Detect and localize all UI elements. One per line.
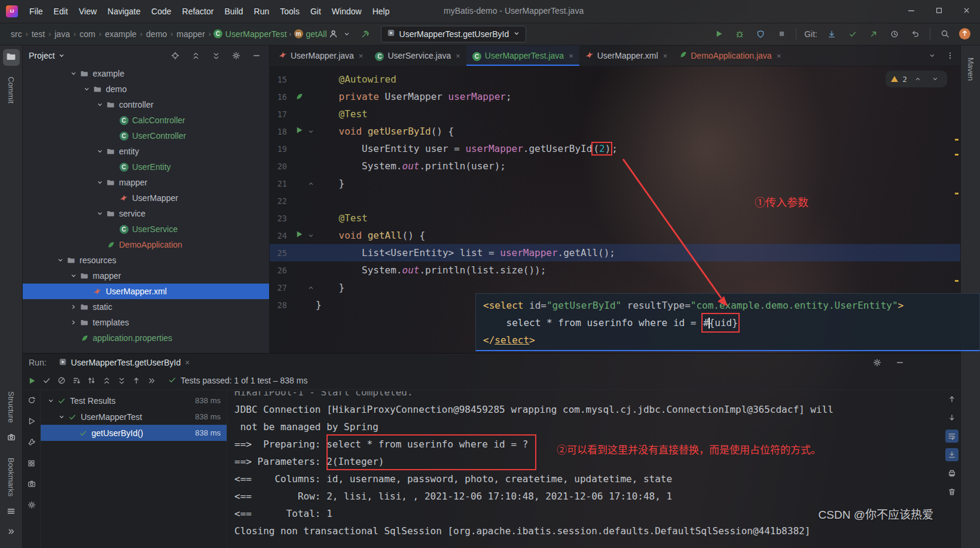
- sort-alphabetically-icon[interactable]: [85, 374, 98, 387]
- close-button[interactable]: [952, 0, 980, 23]
- code-line[interactable]: 21 }: [269, 175, 960, 192]
- prev-problem-icon[interactable]: [911, 72, 924, 86]
- menu-run[interactable]: Run: [249, 7, 275, 16]
- editor-tab[interactable]: UserMapper.java×: [273, 45, 369, 66]
- test-tree-item[interactable]: UserMapperTest838 ms: [41, 409, 227, 425]
- project-tree-item[interactable]: templates: [23, 315, 269, 330]
- project-tree-item[interactable]: service: [23, 206, 269, 221]
- run-test-gutter-icon[interactable]: [292, 126, 306, 137]
- test-tree-item[interactable]: getUserById()838 ms: [41, 425, 227, 441]
- menu-edit[interactable]: Edit: [48, 7, 74, 16]
- bookmarks-tool-button[interactable]: Bookmarks: [7, 458, 16, 497]
- menu-build[interactable]: Build: [219, 7, 248, 16]
- test-settings-icon[interactable]: [25, 436, 38, 449]
- collapse-all-icon[interactable]: [115, 374, 128, 387]
- breadcrumb-item[interactable]: test: [30, 29, 47, 39]
- breadcrumb-item[interactable]: java: [53, 29, 71, 39]
- layout-icon[interactable]: [25, 456, 38, 470]
- menu-help[interactable]: Help: [367, 7, 395, 16]
- expand-all-icon[interactable]: [189, 49, 202, 62]
- code-line[interactable]: 25 List<UserEntity> list = userMapper.ge…: [269, 244, 960, 261]
- project-tree-item[interactable]: demo: [23, 81, 269, 97]
- rerun-tests-icon[interactable]: [25, 374, 38, 387]
- breadcrumb-item[interactable]: mapper: [175, 29, 206, 39]
- test-tree-item[interactable]: Test Results838 ms: [41, 392, 227, 409]
- update-available-button[interactable]: [959, 28, 970, 39]
- show-ignored-icon[interactable]: [55, 374, 68, 387]
- project-tree-item[interactable]: CUserEntity: [23, 159, 269, 175]
- code-line[interactable]: 23 @Test: [269, 209, 960, 227]
- run-configuration-select[interactable]: UserMapperTest.getUserById: [381, 26, 527, 42]
- close-tab-icon[interactable]: ×: [569, 51, 573, 60]
- breadcrumb-class[interactable]: CUserMapperTest: [213, 29, 287, 39]
- debug-button[interactable]: [733, 28, 746, 41]
- expand-all-icon[interactable]: [100, 374, 113, 387]
- project-tree-item[interactable]: CUserController: [23, 128, 269, 144]
- main-menu-button[interactable]: [3, 504, 20, 520]
- code-line[interactable]: 22: [269, 192, 960, 209]
- menu-tools[interactable]: Tools: [274, 7, 305, 16]
- rollback-icon[interactable]: [909, 28, 922, 41]
- menu-view[interactable]: View: [74, 7, 102, 16]
- console[interactable]: HikariPool-1 - Start completed.JDBC Conn…: [227, 390, 944, 548]
- clear-console-icon[interactable]: [945, 485, 958, 498]
- hide-panel-icon[interactable]: [893, 356, 906, 369]
- close-tab-icon[interactable]: ×: [359, 51, 364, 60]
- menu-window[interactable]: Window: [326, 7, 367, 16]
- code-line[interactable]: 18 void getUserById() {: [269, 123, 960, 140]
- rerun-failed-icon[interactable]: [25, 415, 38, 428]
- quick-definition-popup[interactable]: <select id="getUserById" resultType="com…: [475, 293, 980, 351]
- fold-marker[interactable]: [306, 232, 316, 239]
- project-tree-item[interactable]: resources: [23, 252, 269, 268]
- next-problem-icon[interactable]: [929, 72, 942, 86]
- select-opened-file-icon[interactable]: [169, 49, 182, 62]
- run-button[interactable]: [712, 28, 725, 41]
- close-tab-icon[interactable]: ×: [663, 51, 668, 60]
- structure-tool-button[interactable]: Structure: [7, 391, 16, 423]
- hidden-tabs-icon[interactable]: [926, 49, 939, 62]
- project-tree-item[interactable]: static: [23, 299, 269, 315]
- more-actions-icon[interactable]: [145, 374, 158, 387]
- commit-tool-button[interactable]: Commit: [7, 77, 16, 103]
- fold-marker[interactable]: [306, 180, 316, 187]
- code-line[interactable]: 15 @Autowired: [269, 71, 960, 88]
- breadcrumb-item[interactable]: src: [10, 29, 23, 39]
- warning-stripe-mark[interactable]: [955, 193, 958, 194]
- breadcrumb-item[interactable]: demo: [145, 29, 168, 39]
- project-tree-item[interactable]: entity: [23, 144, 269, 159]
- camera-icon[interactable]: [25, 477, 38, 491]
- scroll-down-icon[interactable]: [945, 411, 958, 424]
- close-tab-icon[interactable]: ×: [456, 51, 460, 60]
- maven-tool-button[interactable]: Maven: [966, 57, 975, 81]
- run-test-gutter-icon[interactable]: [292, 230, 306, 241]
- code-line[interactable]: 16 private UserMapper userMapper;: [269, 88, 960, 105]
- print-icon[interactable]: [945, 467, 958, 480]
- project-tool-button[interactable]: [3, 49, 20, 66]
- code-line[interactable]: 17 @Test: [269, 105, 960, 123]
- chevron-down-icon[interactable]: [55, 49, 68, 62]
- editor-tab[interactable]: CUserMapperTest.java×: [466, 45, 579, 66]
- scroll-up-icon[interactable]: [945, 392, 958, 406]
- project-tree-item[interactable]: UserMapper: [23, 190, 269, 206]
- editor-tab[interactable]: UserMapper.xml×: [579, 45, 674, 66]
- commit-icon[interactable]: [846, 28, 859, 41]
- maximize-button[interactable]: [925, 0, 952, 23]
- collapse-all-icon[interactable]: [209, 49, 222, 62]
- project-tree-item[interactable]: CUserService: [23, 221, 269, 237]
- project-tree-item[interactable]: controller: [23, 97, 269, 112]
- minimize-button[interactable]: [897, 0, 925, 23]
- fold-marker[interactable]: [306, 128, 316, 135]
- project-tree-item[interactable]: mapper: [23, 268, 269, 284]
- show-passed-icon[interactable]: [40, 374, 53, 387]
- build-icon[interactable]: [359, 28, 373, 41]
- breadcrumb-method[interactable]: mgetAll: [294, 29, 327, 39]
- project-panel-title[interactable]: Project: [29, 51, 55, 60]
- menu-navigate[interactable]: Navigate: [102, 7, 146, 16]
- screenshot-tool-button[interactable]: [3, 430, 20, 447]
- menu-code[interactable]: Code: [146, 7, 176, 16]
- soft-wrap-icon[interactable]: [945, 430, 958, 443]
- gear-icon[interactable]: [25, 498, 38, 512]
- previous-failed-icon[interactable]: [130, 374, 143, 387]
- breadcrumb-item[interactable]: com: [78, 29, 96, 39]
- inspection-widget[interactable]: 2: [886, 71, 947, 87]
